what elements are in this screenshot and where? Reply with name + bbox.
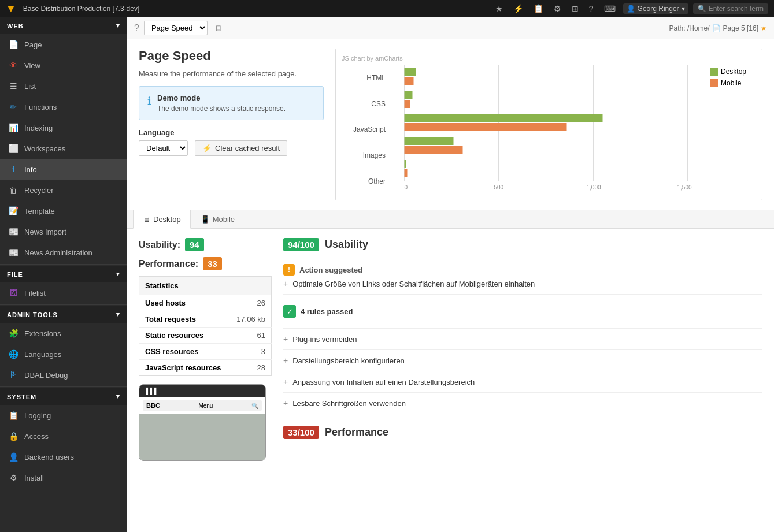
sidebar-item-indexing[interactable]: 📊 Indexing xyxy=(0,117,127,138)
sidebar-item-list[interactable]: ☰ List xyxy=(0,76,127,96)
sidebar-item-view[interactable]: 👁 View xyxy=(0,55,127,76)
sidebar-item-recycler[interactable]: 🗑 Recycler xyxy=(0,180,127,200)
page-icon: 📄 xyxy=(8,39,18,50)
demo-mode-box: ℹ Demo mode The demo mode shows a static… xyxy=(139,86,324,120)
sidebar-item-access[interactable]: 🔒 Access xyxy=(0,426,127,447)
user-menu[interactable]: 👤 Georg Ringer ▾ xyxy=(623,3,688,14)
rule2-row[interactable]: + Darstellungsbereich konfigurieren xyxy=(283,356,762,365)
language-select[interactable]: Default English German xyxy=(139,140,188,156)
mobile-menu-label: Menu xyxy=(198,403,213,409)
mobile-preview-header: ▐▐▐ xyxy=(139,385,265,397)
sidebar-section-admin[interactable]: ADMIN TOOLS ▾ xyxy=(0,306,127,323)
help-icon[interactable]: ? xyxy=(586,3,597,14)
sidebar-item-page[interactable]: 📄 Page xyxy=(0,34,127,55)
action-detail-row[interactable]: + Optimale Größe von Links oder Schaltfl… xyxy=(283,279,762,288)
table-row: Total requests17.06 kb xyxy=(139,311,272,328)
sidebar-item-label-indexing: Indexing xyxy=(24,124,53,132)
sidebar-item-install[interactable]: ⚙ Install xyxy=(0,467,127,488)
legend-desktop-label: Desktop xyxy=(721,68,746,76)
settings-icon[interactable]: ⚙ xyxy=(551,3,564,14)
sidebar-item-template[interactable]: 📝 Template xyxy=(0,200,127,221)
keyboard-icon[interactable]: ⌨ xyxy=(601,3,619,14)
stat-label: Total requests xyxy=(139,311,230,328)
clear-cache-button[interactable]: ⚡ Clear cached result xyxy=(195,140,287,156)
rule3-row[interactable]: + Anpassung von Inhalten auf einen Darst… xyxy=(283,377,762,386)
page-speed-dropdown[interactable]: Page Speed Page Info Localization xyxy=(144,21,208,35)
sidebar-section-web[interactable]: WEB ▾ xyxy=(0,17,127,34)
sidebar-item-label-news-import: News Import xyxy=(24,228,66,236)
sidebar-item-extensions[interactable]: 🧩 Extensions xyxy=(0,323,127,344)
demo-mode-text: The demo mode shows a static response. xyxy=(157,105,286,113)
chart-legend: Desktop Mobile xyxy=(710,65,756,194)
web-section-arrow: ▾ xyxy=(116,22,120,29)
sidebar-item-workspaces[interactable]: ⬜ Workspaces xyxy=(0,138,127,159)
star-icon[interactable]: ★ xyxy=(492,3,506,14)
chart-area: HTML CSS JavaScript Images Other xyxy=(342,65,756,194)
lightning-icon: ⚡ xyxy=(202,144,212,152)
app-title: Base Distribution Production [7.3-dev] xyxy=(23,5,486,13)
mobile-url-bar: BBC Menu 🔍 xyxy=(143,400,262,411)
tab-mobile[interactable]: 📱 Mobile xyxy=(191,210,245,229)
tab-desktop[interactable]: 🖥 Desktop xyxy=(133,210,191,229)
action-text: Action suggested xyxy=(299,266,362,274)
question-icon: ? xyxy=(134,23,139,34)
info-icon: ℹ xyxy=(8,164,18,174)
bbc-logo: BBC xyxy=(146,402,160,409)
usability-title: Usability xyxy=(325,239,368,251)
legend-desktop-color xyxy=(710,68,718,76)
svg-rect-4 xyxy=(405,68,416,76)
stats-title: Statistics xyxy=(139,277,272,295)
warning-icon: ! xyxy=(283,264,295,276)
stat-value: 28 xyxy=(229,360,271,376)
file-section-label: FILE xyxy=(7,271,23,278)
performance-score-header: 33/100 Performance xyxy=(283,426,762,439)
performance-full-badge: 33/100 xyxy=(283,426,319,439)
sidebar-item-languages[interactable]: 🌐 Languages xyxy=(0,344,127,364)
sidebar-item-info[interactable]: ℹ Info xyxy=(0,159,127,180)
stat-value: 26 xyxy=(229,295,271,311)
mobile-url-area: BBC Menu 🔍 xyxy=(139,397,265,414)
star-page-icon[interactable]: ★ xyxy=(761,24,767,32)
usability-badge: 94 xyxy=(185,238,204,251)
content-header: ? Page Speed Page Info Localization 🖥 Pa… xyxy=(127,17,774,39)
flash-icon[interactable]: ⚡ xyxy=(510,3,526,14)
sidebar-item-news-admin[interactable]: 📰 News Administration xyxy=(0,242,127,263)
page-speed-select[interactable]: Page Speed Page Info Localization xyxy=(144,21,208,35)
system-section-label: SYSTEM xyxy=(7,393,36,400)
performance-title: Performance xyxy=(325,426,388,438)
view-icon: 👁 xyxy=(8,60,18,70)
sidebar-section-file[interactable]: FILE ▾ xyxy=(0,266,127,282)
stat-label: Static resources xyxy=(139,328,230,344)
sidebar-section-system[interactable]: SYSTEM ▾ xyxy=(0,388,127,405)
plus-icon-3: + xyxy=(283,356,288,365)
user-avatar-icon: 👤 xyxy=(627,5,635,13)
grid-icon[interactable]: ⊞ xyxy=(569,3,582,14)
y-label-images: Images xyxy=(342,151,386,159)
sidebar-item-news-import[interactable]: 📰 News Import xyxy=(0,221,127,242)
search-bar[interactable]: 🔍 Enter search term xyxy=(693,3,768,14)
rule4-row[interactable]: + Lesbare Schriftgrößen verwenden xyxy=(283,399,762,408)
news-admin-icon: 📰 xyxy=(8,247,18,258)
rule1-row[interactable]: + Plug-ins vermeiden xyxy=(283,334,762,344)
svg-text:1,000: 1,000 xyxy=(587,184,601,191)
sidebar-item-label-workspaces: Workspaces xyxy=(24,144,65,153)
sidebar-item-functions[interactable]: ✏ Functions xyxy=(0,96,127,117)
action-suggested-row: ! Action suggested xyxy=(283,264,762,276)
sidebar-item-filelist[interactable]: 🖼 Filelist xyxy=(0,282,127,303)
desktop-tab-icon: 🖥 xyxy=(143,215,150,224)
sidebar-item-label-filelist: Filelist xyxy=(24,289,46,297)
svg-text:1,500: 1,500 xyxy=(677,184,692,191)
sidebar-item-label-view: View xyxy=(24,61,40,70)
table-row: JavaScript resources28 xyxy=(139,360,272,376)
sidebar-item-label-languages: Languages xyxy=(24,350,61,359)
performance-label: Performance: xyxy=(139,259,198,269)
sidebar-item-label-dbal: DBAL Debug xyxy=(24,371,68,380)
sidebar-item-backend-users[interactable]: 👤 Backend users xyxy=(0,447,127,467)
legend-desktop: Desktop xyxy=(710,68,756,76)
demo-mode-title: Demo mode xyxy=(157,94,286,102)
copy-icon[interactable]: 📋 xyxy=(531,3,546,14)
page-speed-section: Page Speed Measure the performance of th… xyxy=(127,39,774,210)
sidebar-item-logging[interactable]: 📋 Logging xyxy=(0,405,127,426)
sidebar-item-dbal[interactable]: 🗄 DBAL Debug xyxy=(0,364,127,385)
stats-table: Statistics Used hosts26Total requests17.… xyxy=(139,276,272,376)
